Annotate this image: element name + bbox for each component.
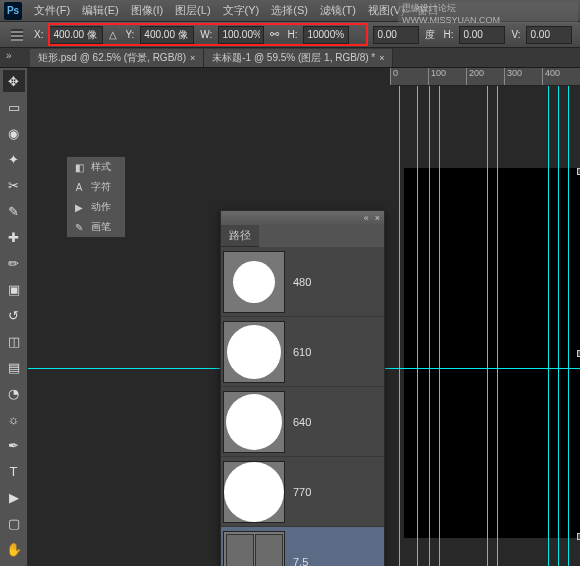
reference-point-icon[interactable] <box>6 24 28 46</box>
path-thumb <box>223 531 285 567</box>
y-input[interactable] <box>140 26 194 44</box>
menu-type[interactable]: 文字(Y) <box>217 3 266 18</box>
styles-label: 样式 <box>91 160 111 174</box>
path-label: 480 <box>293 276 311 288</box>
path-label: 770 <box>293 486 311 498</box>
close-icon[interactable]: × <box>375 213 380 223</box>
w-input[interactable] <box>218 26 264 44</box>
shape-tool-icon[interactable]: ▢ <box>3 512 25 534</box>
guide-vertical[interactable] <box>558 86 559 566</box>
hand-tool-icon[interactable]: ✋ <box>3 538 25 560</box>
actions-row[interactable]: ▶动作 <box>67 197 125 217</box>
angle-input[interactable] <box>373 26 419 44</box>
tab-doc-2[interactable]: 未标题-1 @ 59.5% (图层 1, RGB/8) * × <box>204 49 393 67</box>
menu-select[interactable]: 选择(S) <box>265 3 314 18</box>
heal-tool-icon[interactable]: ✚ <box>3 226 25 248</box>
x-input[interactable] <box>49 26 103 44</box>
h-label: H: <box>287 29 297 40</box>
panel-header[interactable]: « × <box>221 211 384 225</box>
options-bar: X: △ Y: W: H: 度 H: V: <box>0 22 580 48</box>
circle-icon <box>224 462 284 522</box>
history-brush-icon[interactable]: ↺ <box>3 304 25 326</box>
path-row[interactable]: 770 <box>221 457 384 527</box>
close-icon[interactable]: × <box>190 53 195 63</box>
path-row[interactable]: 480 <box>221 247 384 317</box>
character-label: 字符 <box>91 180 111 194</box>
paths-panel[interactable]: « × 路径 480 610 640 770 7.5 <box>220 210 385 566</box>
app-logo: Ps <box>4 2 22 20</box>
gradient-tool-icon[interactable]: ▤ <box>3 356 25 378</box>
guide-vertical[interactable] <box>399 86 400 566</box>
tab-doc-1[interactable]: 矩形.psd @ 62.5% (背景, RGB/8) × <box>30 49 204 67</box>
path-row[interactable]: 610 <box>221 317 384 387</box>
paths-tab[interactable]: 路径 <box>221 225 259 247</box>
guide-vertical[interactable] <box>548 86 549 566</box>
menu-filter[interactable]: 滤镜(T) <box>314 3 362 18</box>
blur-tool-icon[interactable]: ◔ <box>3 382 25 404</box>
stamp-tool-icon[interactable]: ▣ <box>3 278 25 300</box>
type-tool-icon[interactable]: T <box>3 460 25 482</box>
collapse-icon[interactable]: « <box>364 213 369 223</box>
tab-label-2: 未标题-1 @ 59.5% (图层 1, RGB/8) * <box>212 51 375 65</box>
actions-label: 动作 <box>91 200 111 214</box>
guide-vertical[interactable] <box>487 86 488 566</box>
eraser-tool-icon[interactable]: ◫ <box>3 330 25 352</box>
circle-icon <box>226 394 282 450</box>
path-label: 7.5 <box>293 556 308 567</box>
guide-vertical[interactable] <box>568 86 569 566</box>
menu-edit[interactable]: 编辑(E) <box>76 3 125 18</box>
crop-tool-icon[interactable]: ✂ <box>3 174 25 196</box>
styles-row[interactable]: ◧样式 <box>67 157 125 177</box>
h-input[interactable] <box>303 26 349 44</box>
ruler-horizontal: 0 100 200 300 400 <box>390 68 580 86</box>
ruler-tick: 200 <box>466 68 504 85</box>
path-label: 640 <box>293 416 311 428</box>
dodge-tool-icon[interactable]: ☼ <box>3 408 25 430</box>
menu-file[interactable]: 文件(F) <box>28 3 76 18</box>
guide-vertical[interactable] <box>417 86 418 566</box>
lasso-tool-icon[interactable]: ◉ <box>3 122 25 144</box>
w-label: W: <box>200 29 212 40</box>
guide-vertical[interactable] <box>497 86 498 566</box>
pen-tool-icon[interactable]: ✒ <box>3 434 25 456</box>
menu-layer[interactable]: 图层(L) <box>169 3 216 18</box>
link-icon[interactable] <box>270 28 279 41</box>
wand-tool-icon[interactable]: ✦ <box>3 148 25 170</box>
marquee-tool-icon[interactable]: ▭ <box>3 96 25 118</box>
menu-image[interactable]: 图像(I) <box>125 3 169 18</box>
watermark-line1: 思缘设计论坛 <box>398 2 578 15</box>
ruler-tick: 100 <box>428 68 466 85</box>
path-thumb <box>223 461 285 523</box>
path-row[interactable]: 640 <box>221 387 384 457</box>
path-select-icon[interactable]: ▶ <box>3 486 25 508</box>
paths-list: 480 610 640 770 7.5 <box>221 247 384 566</box>
v-label: V: <box>511 29 520 40</box>
brushes-label: 画笔 <box>91 220 111 234</box>
tab-label-1: 矩形.psd @ 62.5% (背景, RGB/8) <box>38 51 186 65</box>
actions-icon: ▶ <box>72 202 86 213</box>
guide-vertical[interactable] <box>439 86 440 566</box>
h2-input[interactable] <box>459 26 505 44</box>
v-input[interactable] <box>526 26 572 44</box>
brush-tool-icon[interactable]: ✏ <box>3 252 25 274</box>
path-thumb <box>223 251 285 313</box>
watermark-line2: WWW.MISSYUAN.COM <box>398 15 578 25</box>
x-label: X: <box>34 29 43 40</box>
path-row-selected[interactable]: 7.5 <box>221 527 384 566</box>
brushes-icon: ✎ <box>72 222 86 233</box>
canvas-area[interactable]: 0 100 200 300 400 ◧样式 A字符 ▶动作 ✎画笔 « × 路径 <box>28 68 580 566</box>
circle-icon <box>227 325 281 379</box>
move-tool-icon[interactable]: ✥ <box>3 70 25 92</box>
brushes-row[interactable]: ✎画笔 <box>67 217 125 237</box>
angle-unit: 度 <box>425 28 435 42</box>
watermark-overlay: 思缘设计论坛 WWW.MISSYUAN.COM <box>398 2 578 24</box>
y-label: Y: <box>125 29 134 40</box>
path-thumb <box>223 321 285 383</box>
h2-label: H: <box>443 29 453 40</box>
guide-vertical[interactable] <box>429 86 430 566</box>
eyedropper-icon[interactable]: ✎ <box>3 200 25 222</box>
mini-panel[interactable]: ◧样式 A字符 ▶动作 ✎画笔 <box>66 156 126 238</box>
close-icon[interactable]: × <box>379 53 384 63</box>
character-row[interactable]: A字符 <box>67 177 125 197</box>
document-canvas[interactable] <box>404 168 580 538</box>
